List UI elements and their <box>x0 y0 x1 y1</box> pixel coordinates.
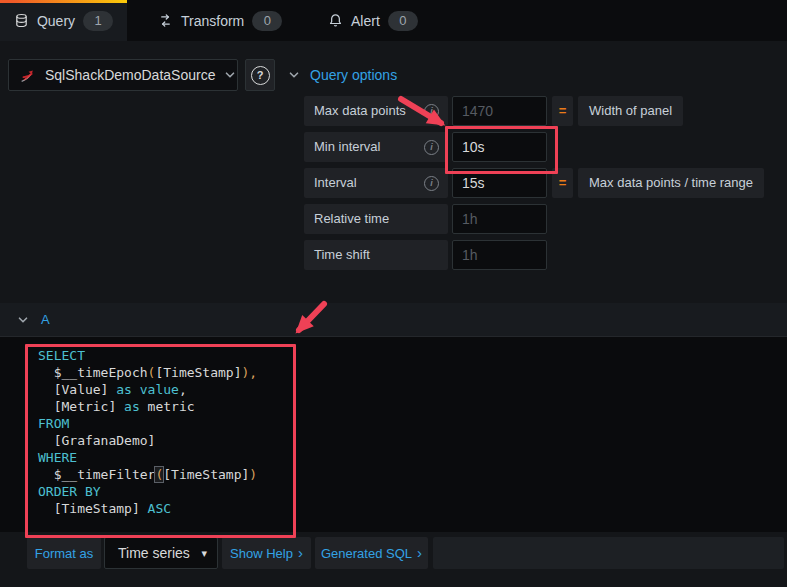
info-icon: i <box>424 140 439 155</box>
format-as-dropdown[interactable]: Time series ▾ <box>104 537 218 569</box>
footer-empty-area <box>433 537 784 569</box>
generated-sql-button[interactable]: Generated SQL › <box>315 537 428 569</box>
bell-icon <box>328 13 343 28</box>
tab-label: Transform <box>181 13 244 29</box>
tab-count-badge: 0 <box>252 11 282 31</box>
option-input-min-interval[interactable] <box>452 132 547 162</box>
tab-transform[interactable]: Transform 0 <box>158 0 282 41</box>
editor-tab-bar: Query 1 Transform 0 Alert 0 <box>0 0 787 41</box>
option-input-time-shift[interactable] <box>452 240 547 270</box>
sql-code[interactable]: SELECT $__timeEpoch([TimeStamp]), [Value… <box>38 347 257 517</box>
equals-sign: = <box>552 96 573 126</box>
query-option-row-min-interval: Min intervali <box>0 132 787 162</box>
datasource-picker[interactable]: SqlShackDemoDataSource <box>8 59 238 91</box>
query-option-row-relative-time: Relative time <box>0 204 787 234</box>
option-label: Min intervali <box>304 132 448 162</box>
chevron-right-icon: › <box>417 545 422 560</box>
query-options-header[interactable]: Query options <box>288 59 397 91</box>
help-button[interactable]: ? <box>245 59 275 91</box>
query-option-row-interval: Intervali=Max data points / time range <box>0 168 787 198</box>
format-as-value: Time series <box>118 545 190 561</box>
option-label: Time shift <box>304 240 448 270</box>
show-help-label: Show Help <box>230 546 293 561</box>
tab-alert[interactable]: Alert 0 <box>328 0 418 41</box>
caret-down-icon: ▾ <box>201 547 207 560</box>
tab-count-badge: 1 <box>83 11 113 31</box>
database-icon <box>14 13 29 28</box>
tab-query[interactable]: Query 1 <box>0 0 127 41</box>
sql-editor[interactable]: SELECT $__timeEpoch([TimeStamp]), [Value… <box>0 336 787 532</box>
show-help-button[interactable]: Show Help › <box>222 537 311 569</box>
option-note: Max data points / time range <box>578 168 764 198</box>
generated-sql-label: Generated SQL <box>321 546 412 561</box>
query-option-row-max-data-points: Max data pointsi=Width of panel <box>0 96 787 126</box>
option-input-relative-time[interactable] <box>452 204 547 234</box>
grafana-query-editor: Query 1 Transform 0 Alert 0 <box>0 0 787 587</box>
tab-count-badge: 0 <box>388 11 418 31</box>
option-label: Relative time <box>304 204 448 234</box>
query-option-row-time-shift: Time shift <box>0 240 787 270</box>
option-note: Width of panel <box>578 96 683 126</box>
tab-label: Alert <box>351 13 380 29</box>
query-ref-id: A <box>41 312 50 327</box>
info-icon: i <box>424 176 439 191</box>
sqlserver-icon <box>19 67 36 84</box>
equals-sign: = <box>552 168 573 198</box>
chevron-right-icon: › <box>298 545 303 560</box>
info-icon: i <box>424 104 439 119</box>
query-row-a[interactable]: A <box>0 303 787 336</box>
tab-label: Query <box>37 13 75 29</box>
format-as-label: Format as <box>27 537 101 569</box>
transform-icon <box>158 13 173 28</box>
chevron-down-icon <box>224 69 236 81</box>
option-label: Intervali <box>304 168 448 198</box>
datasource-name: SqlShackDemoDataSource <box>45 67 215 83</box>
help-circle-icon: ? <box>251 66 270 85</box>
option-input-max-data-points[interactable] <box>452 96 547 126</box>
chevron-down-icon <box>17 314 29 326</box>
option-label: Max data pointsi <box>304 96 448 126</box>
chevron-down-icon <box>288 69 300 81</box>
option-input-interval[interactable] <box>452 168 547 198</box>
query-options-title: Query options <box>310 67 397 83</box>
